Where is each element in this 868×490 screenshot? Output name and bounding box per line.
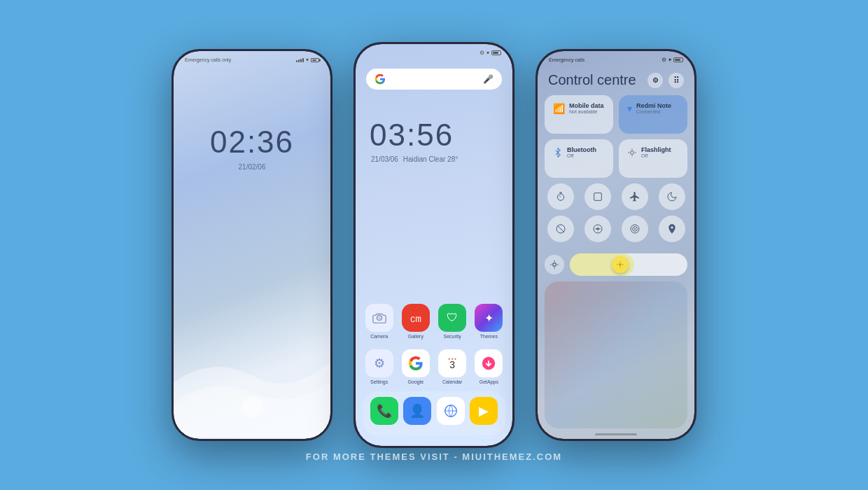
ctrl-grid-button[interactable]: ⠿ xyxy=(668,73,684,88)
gallery-label: Gallery xyxy=(408,334,424,339)
ctrl-compass-btn[interactable] xyxy=(584,216,611,242)
status-icons: ▾ xyxy=(296,57,319,63)
brightness-thumb[interactable] xyxy=(612,256,629,273)
phone-icon: 📞 xyxy=(370,397,398,425)
mobile-data-sub: Not available xyxy=(569,109,604,114)
lock-time: 02:36 xyxy=(210,125,294,160)
wifi-title: Redmi Note xyxy=(636,102,671,109)
flashlight-sub: Off xyxy=(641,153,671,158)
camera-icon xyxy=(365,304,393,332)
ctrl-blur-area xyxy=(545,281,687,428)
ctrl-wifi-card[interactable]: ▾ Redmi Note Connected xyxy=(619,95,687,134)
home-date: 21/03/06 Haidian Clear 28° xyxy=(371,155,512,163)
getapps-label: GetApps xyxy=(479,379,498,384)
svg-rect-9 xyxy=(594,193,601,201)
home-status-bar: ⚙ ▾ xyxy=(356,44,512,62)
dock-phone[interactable]: 📞 xyxy=(370,397,399,425)
ctrl-square-btn[interactable] xyxy=(584,183,611,210)
ctrl-mobile-data-card[interactable]: 📶 Mobile data Not available xyxy=(545,95,613,134)
moon-icon xyxy=(666,191,678,202)
svg-point-23 xyxy=(619,263,622,266)
app-getapps[interactable]: GetApps xyxy=(472,349,505,384)
ctrl-title: Control centre xyxy=(548,72,636,88)
wave-decoration xyxy=(174,299,330,439)
battery-icon xyxy=(311,58,319,62)
compass-icon xyxy=(592,223,603,234)
home-indicator xyxy=(595,433,637,435)
themes-icon: ✦ xyxy=(475,304,503,332)
ctrl-moon-btn[interactable] xyxy=(659,183,685,210)
wifi-card-icon: ▾ xyxy=(627,103,632,114)
phone-control-centre: Emergency calls ⚙ ▾ Control centre ⚙ xyxy=(536,49,696,441)
ctrl-second-cards: Bluetooth Off xyxy=(538,139,694,183)
security-icon: 🛡 xyxy=(438,304,466,332)
ctrl-flashlight-card[interactable]: Flashlight Off xyxy=(619,139,687,178)
control-bg: Emergency calls ⚙ ▾ Control centre ⚙ xyxy=(538,51,694,439)
ctrl-gear-button[interactable]: ⚙ xyxy=(648,73,663,88)
gallery-icon: ㎝ xyxy=(402,304,430,332)
app-grid-row1: Camera ㎝ Gallery 🛡 Security xyxy=(356,297,512,342)
app-settings[interactable]: ⚙ Settings xyxy=(363,349,396,384)
ctrl-target-btn[interactable] xyxy=(622,216,648,242)
mobile-data-icon: 📶 xyxy=(553,103,565,114)
signal-icon xyxy=(296,58,304,62)
ctrl-toggle-row2 xyxy=(538,216,694,248)
app-security[interactable]: 🛡 Security xyxy=(436,304,469,339)
weather-text: Haidian Clear 28° xyxy=(403,155,458,163)
emergency-calls-text: Emergency calls only xyxy=(185,57,231,62)
app-themes[interactable]: ✦ Themes xyxy=(472,304,505,339)
app-gallery[interactable]: ㎝ Gallery xyxy=(399,304,432,339)
ctrl-location-btn[interactable] xyxy=(659,216,685,242)
bluetooth-title: Bluetooth xyxy=(567,146,596,153)
wifi-icon: ▾ xyxy=(306,57,309,63)
home-time: 03:56 xyxy=(370,118,512,153)
bluetooth-info: Bluetooth Off xyxy=(567,146,596,158)
ctrl-header: Control centre ⚙ ⠿ xyxy=(538,69,694,95)
svg-point-0 xyxy=(377,315,382,320)
flashlight-info: Flashlight Off xyxy=(641,146,671,158)
lock-indicator xyxy=(241,397,262,418)
brightness-slider[interactable] xyxy=(570,253,687,276)
settings-icon: ⚙ xyxy=(365,349,393,377)
brightness-row xyxy=(538,248,694,281)
calendar-label: Calendar xyxy=(442,379,462,384)
ctrl-slash-btn[interactable] xyxy=(547,216,574,242)
app-camera[interactable]: Camera xyxy=(363,304,396,339)
flashlight-icon xyxy=(627,148,637,158)
ctrl-toggle-row1 xyxy=(538,183,694,216)
calendar-icon: ▪ ▪ ▪ 3 xyxy=(438,349,466,377)
ctrl-airplane-btn[interactable] xyxy=(622,183,648,210)
home-status-icons: ⚙ ▾ xyxy=(479,50,501,56)
lock-date: 21/02/06 xyxy=(239,163,266,171)
mic-icon[interactable]: 🎤 xyxy=(483,74,493,84)
home-wifi-icon: ▾ xyxy=(486,50,489,56)
dock-browser[interactable] xyxy=(436,397,465,425)
svg-marker-14 xyxy=(594,228,601,230)
ctrl-emergency-text: Emergency calls xyxy=(549,57,584,62)
home-battery xyxy=(491,50,501,55)
wifi-info: Redmi Note Connected xyxy=(636,102,671,114)
dock-video[interactable]: ▶ xyxy=(469,397,498,425)
homescreen-bg: ⚙ ▾ xyxy=(356,44,512,446)
ctrl-settings-icon: ⚙ xyxy=(662,57,666,63)
phone-homescreen: ⚙ ▾ xyxy=(354,42,514,448)
google-logo xyxy=(374,74,386,85)
video-icon: ▶ xyxy=(470,397,498,425)
ctrl-bluetooth-card[interactable]: Bluetooth Off xyxy=(545,139,613,178)
phone-lockscreen: Emergency calls only ▾ 02:36 21/0 xyxy=(172,49,332,441)
ctrl-status-bar: Emergency calls ⚙ ▾ xyxy=(538,51,694,69)
app-calendar[interactable]: ▪ ▪ ▪ 3 Calendar xyxy=(436,349,469,384)
lockscreen-bg: Emergency calls only ▾ 02:36 21/0 xyxy=(174,51,330,439)
svg-point-3 xyxy=(631,150,634,154)
ctrl-timer-btn[interactable] xyxy=(547,183,574,210)
brightness-fill xyxy=(570,253,634,276)
slash-icon xyxy=(555,223,566,234)
security-label: Security xyxy=(443,334,461,339)
ctrl-battery xyxy=(673,57,683,62)
dock-contacts[interactable]: 👤 xyxy=(402,397,432,425)
watermark: FOR MORE THEMES VISIT - MIUITHEMEZ.COM xyxy=(306,451,562,462)
search-bar[interactable]: 🎤 xyxy=(366,69,502,90)
svg-point-18 xyxy=(553,263,556,267)
app-google[interactable]: Google xyxy=(399,349,432,384)
bluetooth-sub: Off xyxy=(567,153,596,158)
